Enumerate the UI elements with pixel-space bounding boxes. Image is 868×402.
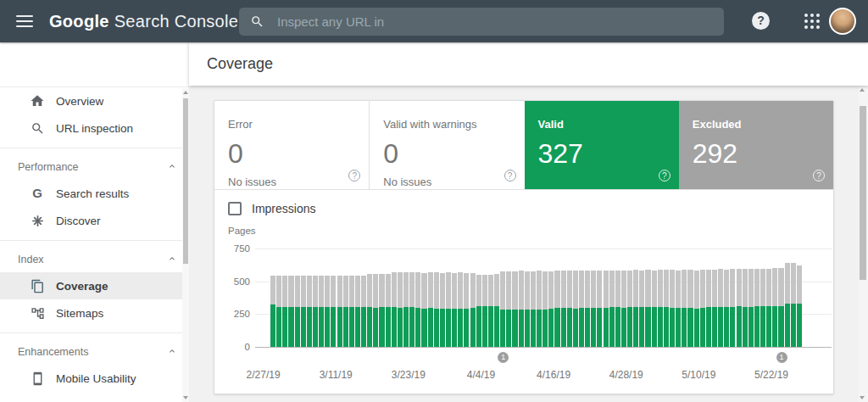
sidebar-item-search-results[interactable]: GSearch results [0, 180, 189, 207]
excluded-segment [392, 272, 397, 307]
excluded-segment [282, 276, 287, 307]
chart-bar-day-85 [785, 263, 790, 347]
excluded-segment [446, 272, 451, 308]
valid-segment [567, 308, 572, 347]
valid-segment [458, 309, 463, 347]
chart-bar-day-73 [712, 270, 717, 347]
status-card-error[interactable]: Error0No issues? [214, 101, 369, 189]
sidebar-scrollbar[interactable] [182, 88, 189, 402]
excluded-segment [687, 270, 693, 308]
excluded-segment [343, 276, 348, 307]
main-scrollbar[interactable] [859, 86, 868, 402]
scroll-up-arrow[interactable] [183, 91, 188, 94]
excluded-segment [494, 274, 499, 306]
sidebar-item-discover[interactable]: Discover [0, 207, 189, 234]
help-icon[interactable]: ? [504, 170, 516, 181]
excluded-segment [379, 274, 384, 307]
chart-bar-day-70 [694, 271, 699, 347]
chart-bar-day-82 [766, 269, 771, 347]
chart-bar-day-84 [778, 268, 783, 347]
excluded-segment [331, 276, 336, 307]
valid-segment [748, 307, 754, 347]
excluded-segment [639, 271, 644, 308]
chart-bar-day-7 [313, 276, 318, 347]
excluded-segment [706, 270, 711, 307]
chart-bar-day-53 [591, 271, 596, 347]
help-icon[interactable]: ? [348, 170, 360, 181]
excluded-segment [428, 272, 433, 308]
sidebar-section-index[interactable]: Index [0, 247, 189, 272]
sidebar-section-performance[interactable]: Performance [0, 154, 189, 180]
valid-segment [452, 309, 457, 347]
valid-segment [712, 307, 717, 347]
chart-bar-day-6 [307, 276, 312, 347]
url-inspect-searchbox[interactable] [239, 8, 724, 36]
excluded-segment [270, 276, 275, 304]
impressions-checkbox[interactable] [228, 202, 242, 215]
status-card-valid[interactable]: Valid327? [525, 101, 679, 189]
url-inspect-input[interactable] [277, 14, 684, 29]
scroll-down-arrow[interactable] [860, 396, 865, 399]
sidebar-section-enhancements[interactable]: Enhancements [0, 339, 189, 365]
chart-bar-day-38 [500, 271, 505, 347]
sidebar-scrollbar-thumb[interactable] [183, 98, 188, 264]
excluded-segment [415, 272, 420, 308]
excluded-segment [548, 271, 554, 309]
home-icon [30, 93, 45, 109]
chart-bar-day-60 [633, 270, 638, 347]
excluded-segment [627, 271, 632, 308]
coverage-icon [30, 278, 45, 293]
excluded-segment [537, 271, 542, 310]
valid-segment [706, 307, 711, 347]
valid-segment [500, 310, 505, 347]
chart-bar-day-36 [488, 275, 493, 347]
sidebar-item-url-inspection[interactable]: URL inspection [0, 114, 189, 142]
excluded-segment [766, 269, 771, 306]
chart-bar-day-59 [627, 271, 632, 347]
chart-bar-day-58 [621, 271, 626, 347]
scroll-up-arrow[interactable] [860, 88, 865, 92]
impressions-toggle[interactable]: Impressions [228, 202, 315, 215]
valid-segment [307, 307, 312, 347]
google-apps-grid-icon[interactable] [804, 14, 820, 29]
status-card-excluded[interactable]: Excluded292? [679, 101, 833, 189]
main-scrollbar-thumb[interactable] [860, 106, 866, 280]
chart-bar-day-57 [615, 271, 620, 347]
valid-segment [645, 307, 650, 347]
excluded-segment [403, 272, 409, 307]
sidebar-item-sitemaps[interactable]: Sitemaps [0, 299, 189, 327]
sidebar-nav: OverviewURL inspectionPerformanceGSearch… [0, 87, 189, 392]
excluded-segment [664, 270, 669, 307]
x-tick-label: 4/16/19 [520, 369, 587, 381]
excluded-segment [785, 263, 790, 304]
chart-bar-day-34 [476, 275, 481, 347]
valid-segment [621, 308, 626, 347]
sidebar-item-overview[interactable]: Overview [0, 87, 189, 114]
valid-segment [676, 308, 681, 347]
scroll-down-arrow[interactable] [183, 396, 188, 399]
chart-bar-day-64 [658, 270, 663, 347]
g-logo-icon: G [30, 186, 45, 201]
excluded-segment [791, 263, 796, 304]
status-card-valid-with-warnings[interactable]: Valid with warnings0No issues? [369, 101, 524, 189]
chart-bar-day-74 [718, 269, 723, 347]
hamburger-menu-icon[interactable] [16, 15, 33, 27]
chart-bar-day-78 [743, 269, 748, 347]
sidebar-item-coverage[interactable]: Coverage [0, 272, 189, 299]
chart-bar-day-65 [664, 270, 669, 347]
main-content: Error0No issues?Valid with warnings0No i… [189, 86, 868, 402]
help-icon[interactable]: ? [752, 12, 770, 30]
sidebar-item-mobile-usability[interactable]: Mobile Usability [0, 365, 189, 392]
excluded-segment [700, 270, 705, 308]
chart-bar-day-44 [537, 271, 542, 347]
sidebar-item-label: Mobile Usability [56, 372, 136, 385]
annotation-marker[interactable]: 1 [498, 352, 509, 363]
user-avatar[interactable] [829, 8, 856, 35]
help-icon[interactable]: ? [813, 170, 825, 181]
chart-bar-day-66 [670, 270, 675, 347]
valid-segment [639, 307, 644, 347]
help-icon[interactable]: ? [659, 170, 670, 181]
valid-segment [512, 310, 517, 347]
valid-segment [754, 306, 760, 347]
annotation-marker[interactable]: 1 [776, 352, 787, 363]
